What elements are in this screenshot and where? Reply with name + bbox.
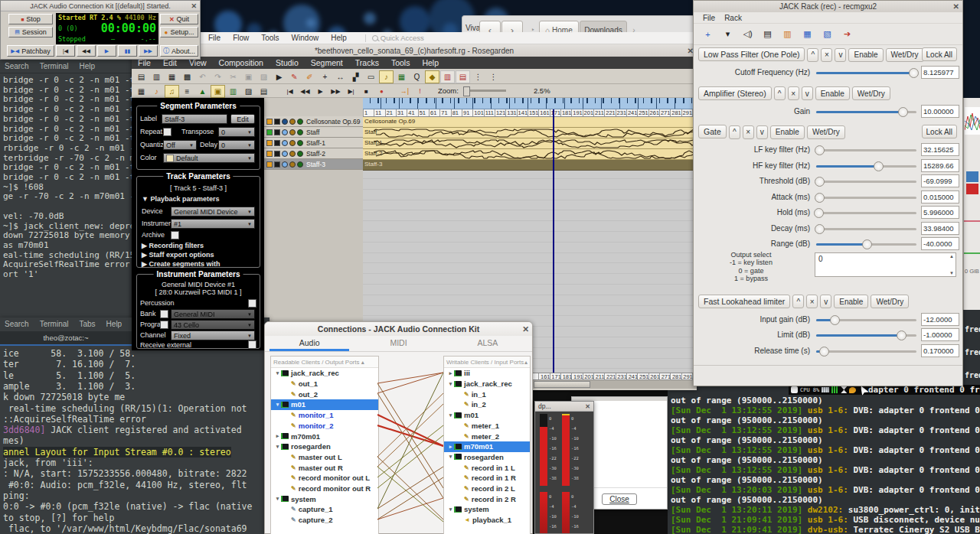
arm-led[interactable] [274, 119, 280, 125]
readable-tree-row[interactable]: ✎monitor_1 [271, 410, 378, 421]
segment[interactable]: Staff-2 [363, 149, 697, 160]
slider-handle[interactable] [815, 224, 825, 234]
readable-tree-row[interactable]: ▾system [271, 493, 378, 504]
slider-track[interactable] [816, 197, 916, 199]
expander-icon[interactable]: ▸ [447, 444, 454, 450]
lock-all-button[interactable]: Lock All [922, 125, 957, 138]
quick-access-label[interactable]: Quick Access [381, 34, 424, 42]
writable-tree-row[interactable]: ▸m70m01 [444, 441, 530, 452]
color-dropdown[interactable]: Default [163, 153, 255, 163]
record[interactable]: ● [374, 85, 389, 98]
track-list-icon[interactable]: ≡ [180, 85, 194, 98]
zoom-slider[interactable] [463, 90, 506, 92]
jack-rack-titlebar[interactable]: JACK Rack (rec) - recmgxu2 ✕ [694, 1, 962, 13]
save-as-rack-icon[interactable]: ▧ [820, 28, 835, 41]
app-menu-item[interactable]: Help [331, 34, 347, 42]
mute-led[interactable] [282, 151, 288, 157]
writable-tree-row[interactable]: ✎record in 1 R [444, 473, 530, 484]
writable-tree-row[interactable]: ✎meter_2 [444, 431, 530, 441]
create-segments-toggle[interactable]: ▶ Create segments with [142, 260, 220, 268]
jack-rack-menu-item[interactable]: Rack [724, 14, 742, 22]
slider-handle[interactable] [815, 193, 825, 203]
module-up-button[interactable]: ^ [807, 48, 818, 62]
slider-handle[interactable] [874, 161, 884, 171]
readable-tree-row[interactable]: ▾rosegarden [271, 441, 378, 452]
grid-icon[interactable]: ⋮ [471, 70, 485, 83]
save-rack-icon[interactable]: ▦ [800, 28, 815, 41]
rosegarden-titlebar[interactable]: *beethoven_cello_sonata_69_(c)harfesoft.… [132, 44, 697, 57]
track-button[interactable]: Staff-2 [264, 148, 363, 159]
rosegarden-menubar[interactable]: FileEditViewCompositionStudioSegmentTrac… [132, 57, 697, 69]
mute-led[interactable] [282, 129, 288, 135]
slider-track[interactable] [816, 212, 916, 214]
qjackctl-titlebar[interactable]: JACK Audio Connection Kit [(default)] St… [1, 1, 200, 11]
lock-all-button[interactable]: Lock All [922, 47, 957, 61]
repeat-checkbox[interactable] [163, 128, 172, 136]
recording-filters-toggle[interactable]: ▶ Recording filters [142, 242, 204, 249]
cut-icon[interactable]: ✂ [226, 70, 240, 83]
module-enable-button[interactable]: Enable [834, 295, 868, 308]
tray-app-icon[interactable] [791, 386, 798, 393]
expander-icon[interactable]: ▾ [274, 496, 281, 502]
slider-value[interactable]: -69.0999 [921, 174, 959, 187]
slider-value[interactable]: 33.98400 [921, 222, 959, 235]
rosegarden-menu-item[interactable]: Studio [270, 58, 305, 67]
terminal-menu-item[interactable]: Search [5, 320, 29, 328]
new-file-icon[interactable]: ▤ [134, 70, 149, 83]
expander-icon[interactable]: ▾ [447, 381, 454, 387]
writable-tree-row[interactable]: ▾m01 [444, 410, 530, 421]
writable-tree-row[interactable]: ✎meter_1 [444, 421, 530, 431]
marker-icon[interactable]: ▥ [440, 70, 455, 83]
rosegarden-menu-item[interactable]: Segment [305, 58, 349, 67]
event-list-icon[interactable]: ◆ [425, 70, 439, 83]
module-up-button[interactable]: ^ [774, 86, 786, 100]
segment[interactable]: Staff [363, 128, 697, 138]
select-tool-icon[interactable]: ▶ [272, 70, 286, 83]
qjackctl-close-icon[interactable]: ✕ [191, 1, 197, 11]
module-down-button[interactable]: v [802, 86, 813, 100]
thru-led[interactable] [297, 119, 303, 125]
slider-value[interactable]: -40.0000 [921, 237, 959, 250]
notation-editor-icon[interactable]: ♪ [379, 70, 394, 83]
manage-segments-icon[interactable]: ▤ [456, 70, 470, 83]
module-enable-button[interactable]: Enable [770, 125, 805, 139]
erase-tool-icon[interactable]: ✐ [302, 70, 317, 83]
track-button[interactable]: Cellosonate Op.69 [264, 116, 363, 127]
staff-export-toggle[interactable]: ▶ Staff export options [142, 251, 214, 259]
arm-led[interactable] [274, 151, 280, 157]
readable-tree-row[interactable]: ▸m70m01 [271, 431, 378, 441]
fast-forward[interactable]: ▶▶ [328, 85, 343, 98]
module-remove-button[interactable]: × [806, 295, 818, 308]
terminal-menu-item[interactable]: Terminal [40, 320, 69, 328]
arm-led[interactable] [274, 140, 280, 146]
transport-rewind[interactable]: ◀◀ [77, 45, 96, 57]
slider-handle[interactable] [814, 208, 824, 218]
to-start[interactable]: |◀ [283, 85, 297, 98]
readable-tree-row[interactable]: ✎capture_2 [271, 515, 378, 526]
readable-tree-row[interactable]: ✎record monitor out L [271, 473, 378, 484]
slider-handle[interactable] [909, 68, 919, 78]
readable-tree-row[interactable]: ✎out_1 [271, 379, 378, 389]
solo-led[interactable] [289, 151, 296, 157]
slider-value[interactable]: 8.125977 [921, 66, 959, 79]
program-checkbox[interactable] [160, 321, 168, 329]
readable-tree-row[interactable]: ▾jack_rack_rec [271, 368, 378, 379]
terminal-menu-item[interactable]: Help [106, 320, 122, 328]
jack-rack-close-icon[interactable]: ✕ [953, 1, 959, 12]
tab-alsa[interactable]: ALSA [443, 336, 532, 351]
notation-icon[interactable]: ♪ [149, 85, 164, 98]
expander-icon[interactable]: ▾ [274, 444, 281, 450]
module-name-button[interactable]: Low Pass Filter (One Pole) [698, 47, 805, 61]
module-remove-button[interactable]: × [788, 86, 799, 100]
stop-button[interactable]: ■Stop [8, 14, 53, 24]
slider-value[interactable]: 15289.66 [921, 159, 959, 172]
track-button[interactable]: Staff-3 [264, 159, 363, 170]
piano-roll-icon[interactable]: ▦ [134, 85, 149, 98]
rewind[interactable]: ◀◀ [298, 85, 312, 98]
resize-tool-icon[interactable]: ↔ [333, 70, 348, 83]
edit-button[interactable]: Edit [230, 114, 255, 124]
writable-clients-pane[interactable]: Writable Clients / Input Ports▴ ▸iii▾jac… [443, 356, 531, 534]
about-button[interactable]: ⓘAbout... [160, 45, 198, 57]
slider-track[interactable] [816, 334, 916, 337]
readable-clients-pane[interactable]: Readable Clients / Output Ports ▴ ▾jack_… [270, 356, 379, 534]
